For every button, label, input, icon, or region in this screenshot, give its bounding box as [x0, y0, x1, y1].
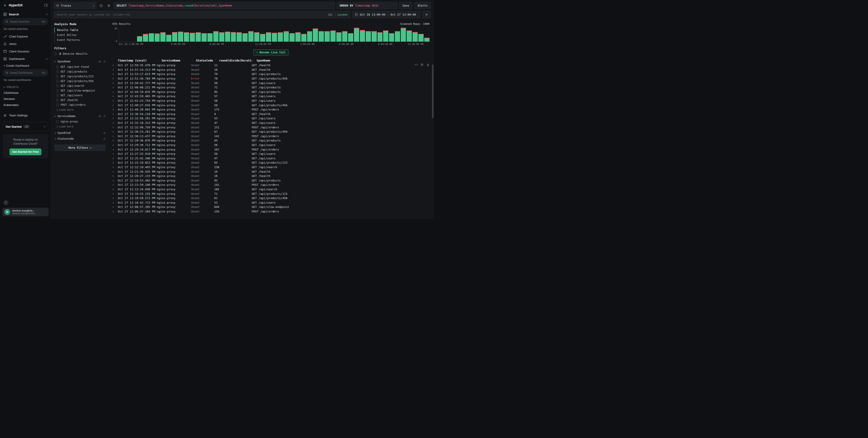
- load-more-servicename[interactable]: Load more: [54, 124, 105, 130]
- chart-bar[interactable]: [266, 28, 271, 42]
- expand-row-chevron[interactable]: >: [112, 188, 118, 191]
- chart-bar[interactable]: [260, 28, 265, 42]
- chart-bar[interactable]: [278, 28, 283, 42]
- chart-bar[interactable]: [360, 28, 365, 42]
- facet-option[interactable]: GET /api/products/456: [54, 79, 105, 83]
- chart-bar[interactable]: [160, 28, 165, 42]
- facet-option[interactable]: POST /api/orders: [54, 102, 105, 107]
- table-row[interactable]: > Oct 27 12:41:23.754 PM nginx-proxy Uns…: [112, 99, 430, 103]
- expand-row-chevron[interactable]: >: [112, 165, 118, 169]
- chart-bar[interactable]: [137, 28, 142, 42]
- expand-row-chevron[interactable]: >: [112, 86, 118, 89]
- column-drag-handle[interactable]: ⋮: [191, 59, 194, 62]
- table-row[interactable]: > Oct 27 12:30:13.437 PM nginx-proxy Uns…: [112, 134, 430, 139]
- expand-row-chevron[interactable]: >: [112, 152, 118, 156]
- column-header-statuscode[interactable]: ⋮StatusCode: [191, 59, 214, 62]
- more-filters-button[interactable]: More filters: [54, 144, 105, 151]
- chart-bar[interactable]: [225, 28, 230, 42]
- sidebar-collapse-icon[interactable]: [44, 3, 48, 7]
- chart-bar[interactable]: [284, 28, 289, 42]
- table-row[interactable]: > Oct 27 12:53:17.623 PM nginx-proxy Uns…: [112, 72, 430, 76]
- chart-bar[interactable]: [202, 28, 207, 42]
- vertical-scrollbar[interactable]: [432, 64, 434, 118]
- checkbox-icon[interactable]: [56, 75, 59, 78]
- column-drag-handle[interactable]: ⋮: [157, 59, 160, 62]
- column-drag-handle[interactable]: ⋮: [252, 59, 255, 62]
- chart-bar[interactable]: [401, 28, 406, 42]
- chart-bar[interactable]: [342, 28, 347, 42]
- pin-icon[interactable]: [103, 115, 105, 117]
- facet-option[interactable]: GET /api/search: [54, 83, 105, 88]
- sidebar-preset-item[interactable]: Kubernetes: [0, 102, 51, 108]
- chart-bar[interactable]: [237, 28, 242, 42]
- table-row[interactable]: > Oct 27 12:36:54.210 PM nginx-proxy Uns…: [112, 112, 430, 116]
- column-header-spanname[interactable]: ⋮SpanName: [252, 59, 430, 62]
- checkbox-icon[interactable]: [56, 85, 59, 87]
- sql-query-display[interactable]: SELECT Timestamp,ServiceName,StatusCode,…: [114, 2, 335, 9]
- chart-bar[interactable]: [366, 28, 371, 42]
- event-search-input[interactable]: [57, 13, 326, 16]
- chart-bar[interactable]: [377, 28, 383, 42]
- facet-group-servicename[interactable]: ServiceName: [54, 113, 105, 119]
- events-histogram[interactable]: 36 0: [112, 28, 430, 42]
- facet-group-spankind[interactable]: SpanKind: [54, 130, 105, 136]
- source-settings-button[interactable]: ⚙: [106, 3, 112, 9]
- facet-option[interactable]: nginx-proxy: [54, 119, 105, 124]
- expand-row-chevron[interactable]: >: [112, 157, 118, 160]
- pin-icon[interactable]: [103, 60, 105, 63]
- chart-bar[interactable]: [131, 28, 136, 42]
- chart-bar[interactable]: [389, 28, 394, 42]
- chart-bar[interactable]: [383, 28, 388, 42]
- create-dashboard-button[interactable]: + Create Dashboard: [0, 63, 51, 69]
- expand-row-chevron[interactable]: >: [112, 161, 118, 164]
- code-view-icon[interactable]: [414, 63, 418, 66]
- facet-option[interactable]: GET /api/users: [54, 93, 105, 98]
- pin-icon[interactable]: [103, 132, 105, 134]
- chart-bar[interactable]: [395, 28, 400, 42]
- chart-bar[interactable]: [289, 28, 295, 42]
- table-row[interactable]: > Oct 27 12:22:19.852 PM nginx-proxy Uns…: [112, 161, 430, 165]
- run-query-button[interactable]: [422, 11, 431, 18]
- expand-row-chevron[interactable]: >: [112, 196, 118, 200]
- table-row[interactable]: > Oct 27 12:32:18.313 PM nginx-proxy Uns…: [112, 121, 430, 125]
- facet-option[interactable]: GET /api/not-found: [54, 64, 105, 69]
- table-row[interactable]: > Oct 27 12:50:42.777 PM nginx-proxy Uns…: [112, 81, 430, 85]
- table-row[interactable]: > Oct 27 12:29:36.876 PM nginx-proxy Uns…: [112, 138, 430, 143]
- sidebar-item-client-sessions[interactable]: Client Sessions: [0, 48, 51, 55]
- checkbox-icon[interactable]: [56, 103, 59, 106]
- expand-row-chevron[interactable]: >: [112, 108, 118, 111]
- facet-option[interactable]: GET /health: [54, 98, 105, 102]
- expand-row-chevron[interactable]: >: [112, 121, 118, 125]
- chart-bar[interactable]: [324, 28, 330, 42]
- table-row[interactable]: > Oct 27 12:40:20.093 PM nginx-proxy Uns…: [112, 107, 430, 112]
- facet-search-icon[interactable]: [99, 115, 101, 117]
- analysis-mode-item[interactable]: Results Table: [54, 28, 105, 33]
- sidebar-item-dashboards[interactable]: Dashboards: [0, 55, 51, 63]
- expand-row-chevron[interactable]: >: [112, 148, 118, 151]
- checkbox-icon[interactable]: [56, 120, 59, 123]
- table-row[interactable]: > Oct 27 12:10:42.713 PM nginx-proxy Uns…: [112, 200, 430, 205]
- expand-row-chevron[interactable]: >: [112, 68, 118, 71]
- table-row[interactable]: > Oct 27 12:29:14.817 PM nginx-proxy Uns…: [112, 147, 430, 151]
- app-title[interactable]: HyperDX: [9, 3, 23, 7]
- table-row[interactable]: > Oct 27 12:08:57.305 PM nginx-proxy Uns…: [112, 205, 430, 209]
- table-row[interactable]: > Oct 27 12:13:59.180 PM nginx-proxy Uns…: [112, 182, 430, 187]
- expand-row-chevron[interactable]: >: [112, 205, 118, 209]
- get-started-free-button[interactable]: Get Started for Free: [9, 148, 41, 155]
- expand-row-chevron[interactable]: >: [112, 103, 118, 107]
- table-row[interactable]: > Oct 27 12:44:10.832 PM nginx-proxy Uns…: [112, 90, 430, 94]
- chart-bar[interactable]: [319, 28, 324, 42]
- chart-bar[interactable]: [354, 28, 359, 42]
- sidebar-item-team-settings[interactable]: ⚙ Team Settings: [0, 112, 51, 119]
- expand-row-chevron[interactable]: >: [112, 139, 118, 142]
- chart-bar[interactable]: [213, 28, 218, 42]
- presets-toggle[interactable]: PRESETS: [0, 84, 51, 90]
- chart-bar[interactable]: [348, 28, 353, 42]
- expand-row-chevron[interactable]: >: [112, 77, 118, 80]
- table-row[interactable]: > Oct 27 12:22:10.403 PM nginx-proxy Uns…: [112, 165, 430, 169]
- analysis-mode-item[interactable]: Event Patterns: [54, 37, 105, 42]
- download-icon[interactable]: [426, 63, 430, 66]
- expand-row-chevron[interactable]: >: [112, 64, 118, 67]
- table-row[interactable]: > Oct 27 12:25:42.306 PM nginx-proxy Uns…: [112, 156, 430, 161]
- expand-row-chevron[interactable]: >: [112, 134, 118, 138]
